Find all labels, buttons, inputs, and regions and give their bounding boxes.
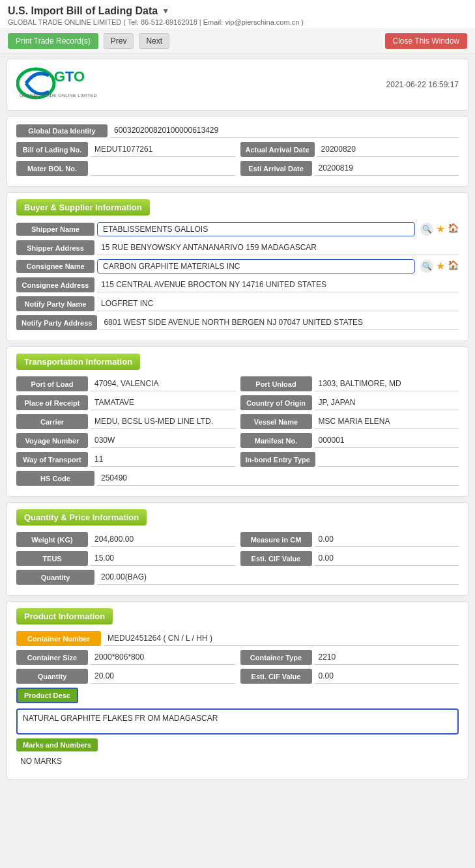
svg-text:T: T [65, 68, 74, 85]
container-size-pair: Container Size 2000*806*800 [16, 650, 235, 665]
global-identity-row: Global Data Identity 6003202008201000006… [16, 123, 459, 138]
place-receipt-value: TAMATAVE [91, 395, 235, 410]
bill-lading-label: Bill of Lading No. [16, 142, 88, 157]
consignee-name-label: Consignee Name [16, 260, 94, 273]
way-transport-value: 11 [91, 452, 235, 467]
container-number-value: MEDU2451264 ( CN / L / HH ) [104, 631, 459, 646]
consignee-icons: 🔍 ★ 🏠 [420, 260, 459, 273]
container-size-value: 2000*806*800 [91, 650, 235, 665]
notify-party-address-row: Notify Party Address 6801 WEST SIDE AVEN… [16, 315, 459, 330]
close-button[interactable]: Close This Window [385, 33, 467, 49]
quantity-row: Quantity 200.00(BAG) [16, 570, 459, 585]
svg-text:GLOBAL TRADE  ONLINE LIMITED: GLOBAL TRADE ONLINE LIMITED [20, 93, 97, 98]
container-type-label: Container Type [240, 650, 312, 665]
voyage-value: 030W [91, 433, 235, 448]
shipper-icons: 🔍 ★ 🏠 [420, 223, 459, 236]
container-number-label: Container Number [16, 631, 101, 646]
mater-bol-value [91, 161, 235, 176]
voyage-label: Voyage Number [16, 433, 88, 448]
product-cif-pair: Esti. CIF Value 0.00 [240, 669, 459, 684]
print-button[interactable]: Print Trade Record(s) [8, 33, 98, 49]
consignee-search-icon[interactable]: 🔍 [420, 260, 433, 273]
shipper-address-row: Shipper Address 15 RUE BENYOWSKY ANTANAN… [16, 240, 459, 255]
quantity-price-header: Quantity & Price Information [16, 509, 147, 525]
page-title: U.S. Import Bill of Lading Data ▼ [8, 5, 467, 17]
mater-bol-label: Mater BOL No. [16, 161, 88, 176]
vessel-name-label: Vessel Name [240, 414, 312, 429]
global-data-card: Global Data Identity 6003202008201000006… [7, 116, 468, 187]
shipper-name-row: Shipper Name ETABLISSEMENTS GALLOIS 🔍 ★ … [16, 222, 459, 236]
consignee-address-label: Consignee Address [16, 277, 94, 292]
consignee-star-icon[interactable]: ★ [436, 260, 445, 273]
port-load-pair: Port of Load 47094, VALENCIA [16, 376, 235, 391]
quantity-label: Quantity [16, 570, 94, 585]
measure-value: 0.00 [315, 532, 459, 547]
esti-cif-value: 0.00 [315, 551, 459, 566]
mater-bol-pair: Mater BOL No. [16, 161, 235, 176]
country-origin-pair: Country of Origin JP, JAPAN [240, 395, 459, 410]
teus-label: TEUS [16, 551, 88, 566]
buyer-supplier-card: Buyer & Supplier Information Shipper Nam… [7, 192, 468, 341]
container-type-pair: Container Type 2210 [240, 650, 459, 665]
transportation-card: Transportation Information Port of Load … [7, 346, 468, 497]
marks-numbers-section: Marks and Numbers NO MARKS [16, 738, 459, 768]
weight-measure-row: Weight (KG) 204,800.00 Measure in CM 0.0… [16, 532, 459, 547]
product-quantity-label: Quantity [16, 669, 88, 684]
notify-party-name-label: Notify Party Name [16, 296, 94, 311]
consignee-name-value: CARBON GRAPHITE MATERIALS INC [97, 259, 415, 273]
consignee-home-icon[interactable]: 🏠 [448, 260, 459, 273]
country-origin-value: JP, JAPAN [315, 395, 459, 410]
top-bar: U.S. Import Bill of Lading Data ▼ GLOBAL… [0, 0, 475, 29]
container-size-type-row: Container Size 2000*806*800 Container Ty… [16, 650, 459, 665]
product-info-card: Product Information Container Number MED… [7, 601, 468, 779]
way-transport-label: Way of Transport [16, 452, 88, 467]
product-desc-section: Product Desc NATURAL GRAPHITE FLAKES FR … [16, 688, 459, 735]
teus-pair: TEUS 15.00 [16, 551, 235, 566]
shipper-star-icon[interactable]: ★ [436, 223, 445, 236]
shipper-home-icon[interactable]: 🏠 [448, 223, 459, 236]
product-quantity-cif-row: Quantity 20.00 Esti. CIF Value 0.00 [16, 669, 459, 684]
measure-label: Measure in CM [240, 532, 312, 547]
esti-arrival-value: 20200819 [315, 161, 459, 176]
bill-arrival-row: Bill of Lading No. MEDUT1077261 Actual A… [16, 142, 459, 157]
port-unload-label: Port Unload [240, 376, 312, 391]
shipper-name-value: ETABLISSEMENTS GALLOIS [97, 222, 415, 236]
inbond-value [318, 452, 459, 467]
weight-pair: Weight (KG) 204,800.00 [16, 532, 235, 547]
transport-inbond-row: Way of Transport 11 In-bond Entry Type [16, 452, 459, 467]
port-unload-value: 1303, BALTIMORE, MD [315, 376, 459, 391]
inbond-label: In-bond Entry Type [240, 452, 315, 467]
weight-value: 204,800.00 [91, 532, 235, 547]
port-load-value: 47094, VALENCIA [91, 376, 235, 391]
logo-card: G T O GLOBAL TRADE ONLINE LIMITED 2021-0… [7, 59, 468, 111]
voyage-manifest-row: Voyage Number 030W Manifest No. 000001 [16, 433, 459, 448]
logo-svg: G T O GLOBAL TRADE ONLINE LIMITED [16, 66, 108, 102]
notify-party-address-label: Notify Party Address [16, 315, 97, 330]
country-origin-label: Country of Origin [240, 395, 312, 410]
manifest-value: 000001 [315, 433, 459, 448]
bill-lading-pair: Bill of Lading No. MEDUT1077261 [16, 142, 235, 157]
product-desc-label: Product Desc [16, 688, 78, 703]
product-info-header: Product Information [16, 608, 113, 624]
bill-lading-value: MEDUT1077261 [91, 142, 235, 157]
actual-arrival-value: 20200820 [317, 142, 459, 157]
hs-code-row: HS Code 250490 [16, 471, 459, 486]
carrier-label: Carrier [16, 414, 88, 429]
manifest-pair: Manifest No. 000001 [240, 433, 459, 448]
global-identity-value: 600320200820100000613429 [110, 123, 459, 138]
main-content: G T O GLOBAL TRADE ONLINE LIMITED 2021-0… [0, 53, 475, 790]
next-button[interactable]: Next [139, 33, 169, 49]
buyer-supplier-header: Buyer & Supplier Information [16, 199, 150, 216]
svg-text:O: O [74, 68, 85, 85]
port-load-label: Port of Load [16, 376, 88, 391]
notify-party-address-value: 6801 WEST SIDE AVENUE NORTH BERGEN NJ 07… [100, 315, 459, 330]
receipt-origin-row: Place of Receipt TAMATAVE Country of Ori… [16, 395, 459, 410]
mater-esti-row: Mater BOL No. Esti Arrival Date 20200819 [16, 161, 459, 176]
prev-button[interactable]: Prev [104, 33, 134, 49]
vessel-name-pair: Vessel Name MSC MARIA ELENA [240, 414, 459, 429]
shipper-search-icon[interactable]: 🔍 [420, 223, 433, 236]
measure-pair: Measure in CM 0.00 [240, 532, 459, 547]
notify-party-name-row: Notify Party Name LOGFRET INC [16, 296, 459, 311]
voyage-pair: Voyage Number 030W [16, 433, 235, 448]
dropdown-arrow-icon[interactable]: ▼ [162, 7, 169, 16]
